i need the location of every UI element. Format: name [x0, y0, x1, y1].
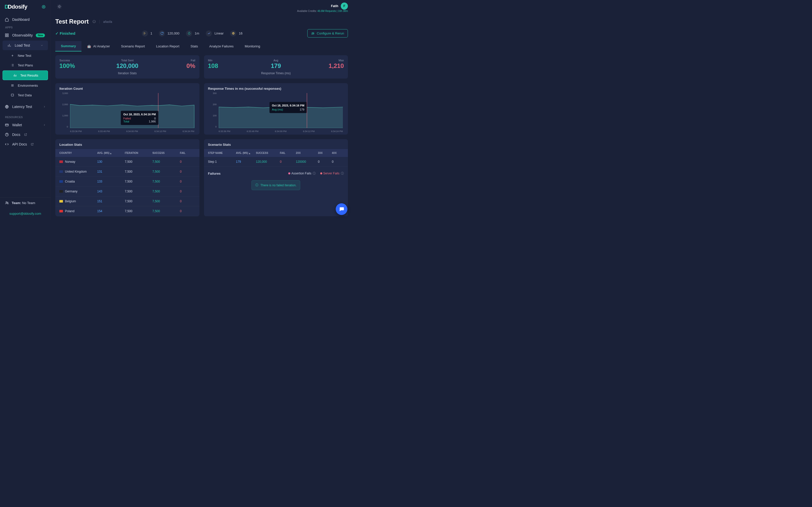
- cell-fail: 0: [180, 209, 195, 213]
- cell-iteration: 7,500: [125, 209, 150, 213]
- country-name: Germany: [65, 189, 78, 193]
- team-selector[interactable]: Team: No Team: [0, 197, 50, 208]
- nav-api-docs-label: API Docs: [12, 142, 27, 146]
- th-country[interactable]: COUNTRY: [59, 152, 95, 154]
- label-success: Success: [59, 59, 105, 62]
- table-row[interactable]: Croatia1337,5007,5000: [55, 177, 199, 186]
- th-step[interactable]: STEP NAME: [208, 152, 234, 154]
- wallet-icon: [5, 123, 9, 127]
- configure-rerun-button[interactable]: Configure & Rerun: [307, 29, 348, 38]
- label-fail: Fail: [150, 59, 195, 62]
- th-avg[interactable]: AVG. (MS) ▴: [97, 152, 123, 154]
- scenario-table-header: STEP NAME AVG. (MS) ▴ SUCCESS FAIL 2XX 3…: [204, 149, 348, 157]
- info-icon[interactable]: ⓘ: [341, 172, 344, 175]
- table-row[interactable]: Norway1307,5007,5000: [55, 157, 199, 167]
- nav-dashboard[interactable]: Dashboard: [0, 15, 50, 24]
- chat-fab[interactable]: [336, 203, 347, 215]
- chart-iteration-count: Iteration Count 3,0002,0001,0000 Oct 18,…: [55, 83, 199, 134]
- meta-pattern: Linear: [206, 31, 223, 37]
- chart1-x-axis: 6:33:36 PM6:33:48 PM6:34:00 PM6:34:12 PM…: [70, 130, 194, 132]
- results-icon: [13, 73, 17, 77]
- table-row[interactable]: Poland1547,5007,5000: [55, 206, 199, 216]
- tab-scenario-report[interactable]: Scenario Report: [115, 41, 150, 51]
- meta-duration: 1m: [186, 31, 199, 37]
- th-2xx[interactable]: 2XX: [296, 152, 316, 154]
- stopwatch-icon: [186, 31, 192, 37]
- th-iteration[interactable]: ITERATION: [125, 152, 150, 154]
- th-fail2[interactable]: FAIL: [280, 152, 294, 154]
- nav-test-plans[interactable]: Test Plans: [0, 60, 50, 70]
- nav-new-test[interactable]: + New Test: [0, 51, 50, 60]
- location-stats-title: Location Stats: [55, 143, 199, 149]
- tab-location-report[interactable]: Location Report: [150, 41, 185, 51]
- chart-response-times: Response Times in ms (successful respons…: [204, 83, 348, 134]
- chart1-plot[interactable]: [70, 93, 194, 128]
- robot-icon: 🤖: [87, 44, 91, 48]
- info-icon[interactable]: [92, 20, 96, 23]
- nav-test-data[interactable]: Test Data: [0, 90, 50, 100]
- nav-wallet[interactable]: Wallet: [0, 120, 50, 130]
- meta-requests: 120,000: [159, 31, 180, 37]
- nav-docs[interactable]: Docs: [0, 130, 50, 139]
- tab-ai-analyzer[interactable]: 🤖AI Analyzer: [82, 41, 115, 51]
- page-title: Test Report: [55, 18, 89, 25]
- target-icon[interactable]: [41, 5, 46, 9]
- chart2-plot[interactable]: [219, 93, 343, 128]
- tab-analyze-failures[interactable]: Analyze Failures: [204, 41, 239, 51]
- meta-steps: 1: [142, 31, 152, 37]
- table-row[interactable]: Belgium1517,5007,5000: [55, 196, 199, 206]
- cell-3xx: 0: [318, 160, 330, 164]
- svg-rect-6: [11, 94, 13, 96]
- th-3xx[interactable]: 3XX: [318, 152, 330, 154]
- tab-summary[interactable]: Summary: [55, 41, 82, 51]
- th-success[interactable]: SUCCESS: [152, 152, 178, 154]
- table-row[interactable]: Step 1179120,000012000000: [204, 157, 348, 167]
- cell-avg: 154: [97, 209, 123, 213]
- cell-4xx: 0: [332, 160, 344, 164]
- brand-logo[interactable]: DDdosify: [5, 4, 28, 10]
- card-iteration-stats: Success100% Total Sent120,000 Fail0% Ite…: [55, 55, 199, 78]
- sidebar: DDdosify Dashboard APPS Observability Ne…: [0, 0, 51, 220]
- table-row[interactable]: Germany1437,5007,5000: [55, 186, 199, 196]
- th-avg-ms[interactable]: AVG. (MS) ▴: [236, 152, 254, 154]
- value-fail: 0%: [150, 62, 195, 69]
- info-icon[interactable]: ⓘ: [313, 172, 316, 175]
- th-success2[interactable]: SUCCESS: [256, 152, 277, 154]
- team-icon: [5, 201, 9, 205]
- info-icon: ⓘ: [255, 183, 258, 187]
- scenario-stats-title: Scenario Stats: [204, 143, 348, 149]
- status-finished: ✓ Finished: [55, 31, 75, 36]
- nav-load-test-label: Load Test: [15, 43, 30, 47]
- value-total-sent: 120,000: [105, 62, 150, 69]
- avatar[interactable]: F: [341, 3, 348, 10]
- cell-step: Step 1: [208, 160, 234, 164]
- theme-toggle[interactable]: [55, 3, 63, 11]
- svg-point-9: [5, 133, 8, 136]
- table-row[interactable]: United Kingdom1317,5007,5000: [55, 167, 199, 177]
- tab-stats[interactable]: Stats: [185, 41, 204, 51]
- country-name: Croatia: [65, 180, 75, 183]
- globe-icon: [230, 31, 236, 37]
- value-max: 1,210: [299, 62, 344, 69]
- nav-observability[interactable]: Observability New: [0, 31, 50, 40]
- svg-rect-8: [5, 124, 8, 126]
- cell-fail: 0: [180, 170, 195, 173]
- nav-environments[interactable]: Environments: [0, 80, 50, 90]
- cell-iteration: 7,500: [125, 170, 150, 173]
- nav-observability-label: Observability: [12, 33, 33, 37]
- steps-icon: [142, 31, 148, 37]
- th-fail[interactable]: FAIL: [180, 152, 195, 154]
- support-link[interactable]: support@ddosify.com: [0, 208, 50, 220]
- nav-api-docs[interactable]: API Docs: [0, 139, 50, 149]
- country-name: United Kingdom: [65, 170, 87, 173]
- nav-latency-test[interactable]: Latency Test: [0, 102, 50, 112]
- nav-section-resources: RESOURCES: [0, 114, 50, 120]
- nav-test-results[interactable]: Test Results: [3, 70, 48, 80]
- nav-load-test[interactable]: Load Test: [3, 41, 48, 50]
- meta-locations: 16: [230, 31, 242, 37]
- tab-monitoring[interactable]: Monitoring: [239, 41, 266, 51]
- th-4xx[interactable]: 4XX: [332, 152, 344, 154]
- cell-avg: 133: [97, 180, 123, 183]
- globe-icon: [5, 104, 9, 109]
- main-content: Fatih F Available Credits: 46.6M Request…: [51, 0, 352, 220]
